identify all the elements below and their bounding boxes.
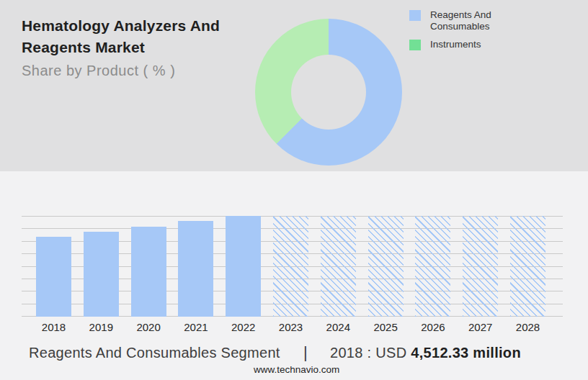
legend-swatch <box>409 40 421 50</box>
bar-2025 <box>368 216 404 317</box>
bar-plot <box>22 216 563 317</box>
bar-2024 <box>321 216 356 317</box>
footer-value-amount: 4,512.33 million <box>411 345 521 361</box>
bar-2027 <box>463 216 498 317</box>
bar-2022 <box>226 216 261 317</box>
footer-value: 2018 : USD 4,512.33 million <box>330 345 521 361</box>
bar-2019 <box>84 232 119 317</box>
bar-2028 <box>510 216 545 317</box>
bar-2018 <box>36 237 71 317</box>
x-axis-label-2025: 2025 <box>362 321 409 333</box>
bar-2026 <box>415 216 450 317</box>
x-axis-label-2027: 2027 <box>457 321 504 333</box>
page-title: Hematology Analyzers And Reagents Market <box>22 15 245 58</box>
footer-value-prefix: 2018 : USD <box>330 345 406 361</box>
x-axis-label-2023: 2023 <box>267 321 315 333</box>
x-axis-label-2021: 2021 <box>172 321 220 333</box>
bar-2021 <box>178 221 213 317</box>
donut-chart <box>255 19 402 166</box>
x-axis-label-2019: 2019 <box>77 321 125 333</box>
legend-label: Reagents And Consumables <box>430 9 515 32</box>
donut-hole <box>291 55 366 130</box>
page: Hematology Analyzers And Reagents Market… <box>0 0 588 380</box>
legend-item-reagents-and-consumables: Reagents And Consumables <box>409 9 575 32</box>
footer-separator: | <box>303 343 308 362</box>
page-subtitle: Share by Product ( % ) <box>22 63 245 79</box>
website-text: www.technavio.com <box>254 364 339 375</box>
x-axis-label-2018: 2018 <box>30 321 78 333</box>
x-axis-label-2020: 2020 <box>125 321 172 333</box>
x-axis-label-2022: 2022 <box>220 321 267 333</box>
x-axis-label-2024: 2024 <box>314 321 362 333</box>
legend-label: Instruments <box>430 39 515 50</box>
bar-chart-section: 2018201920202021202220232024202520262027… <box>0 171 588 380</box>
legend: Reagents And Consumables Instruments <box>409 9 575 57</box>
title-block: Hematology Analyzers And Reagents Market… <box>22 15 245 79</box>
footer-segment-label: Reagents And Consumables Segment <box>29 345 280 361</box>
header-panel: Hematology Analyzers And Reagents Market… <box>0 0 588 171</box>
x-axis: 2018201920202021202220232024202520262027… <box>22 321 563 335</box>
x-axis-label-2028: 2028 <box>504 321 552 333</box>
x-axis-label-2026: 2026 <box>409 321 457 333</box>
legend-swatch <box>409 10 421 21</box>
legend-item-instruments: Instruments <box>409 39 575 50</box>
bar-2023 <box>273 216 308 317</box>
bar-2020 <box>131 227 166 317</box>
